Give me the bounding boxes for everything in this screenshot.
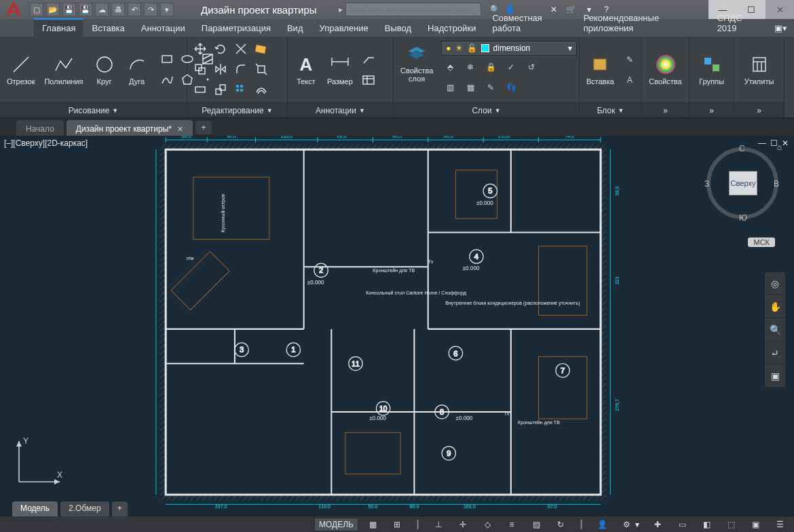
tab-spds[interactable]: СПДС 2019 <box>711 10 768 37</box>
tab-output[interactable]: Вывод <box>377 20 419 37</box>
viewcube-w[interactable]: З <box>704 179 709 189</box>
layouttab-add[interactable]: + <box>112 501 128 516</box>
tool-rotate-icon[interactable] <box>212 40 229 58</box>
tab-view[interactable]: Вид <box>279 20 311 37</box>
nav-wheel-icon[interactable]: ◎ <box>765 272 785 295</box>
tool-groups[interactable]: Группы <box>696 52 727 87</box>
block-edit-icon[interactable]: ✎ <box>621 51 639 69</box>
viewcube[interactable]: С Ю В З Сверху ⌂ <box>700 142 782 224</box>
tab-featured-apps[interactable]: Рекомендованные приложения <box>575 10 711 37</box>
layer-match-icon[interactable]: ✓ <box>502 58 520 76</box>
qat-saveas-icon[interactable]: 💾 <box>79 3 92 16</box>
panel-annotation-label[interactable]: Аннотации▼ <box>288 102 393 117</box>
viewcube-home-icon[interactable]: ⌂ <box>777 142 782 152</box>
nav-orbit-icon[interactable]: ⤾ <box>765 341 785 364</box>
tool-rectangle-icon[interactable] <box>158 50 176 68</box>
tool-text[interactable]: AТекст <box>292 52 320 87</box>
layer-walk-icon[interactable]: 👣 <box>502 79 520 96</box>
qat-new-icon[interactable]: ▢ <box>30 3 43 16</box>
status-osnap-icon[interactable]: ◇ <box>477 518 497 531</box>
tool-erase-icon[interactable] <box>252 40 270 58</box>
status-custom-icon[interactable]: ☰ <box>770 518 790 531</box>
tool-properties[interactable]: Свойства <box>646 52 684 87</box>
panel-modify-label[interactable]: Редактирование▼ <box>187 102 287 117</box>
window-close-button[interactable]: ✕ <box>765 0 794 19</box>
filetab-drawing[interactable]: Дизайн проект квартиры*✕ <box>67 120 193 136</box>
layer-off-icon[interactable]: ⬘ <box>441 58 459 76</box>
layer-make-icon[interactable]: ✎ <box>482 79 499 96</box>
drawing-canvas[interactable]: [–][Сверху][2D-каркас] — ☐ ✕ <box>0 136 794 516</box>
status-isodraft-icon[interactable]: ◧ <box>696 518 717 531</box>
tool-move-icon[interactable] <box>191 40 209 58</box>
status-annomonitor-icon[interactable]: ✚ <box>647 518 668 531</box>
viewcube-e[interactable]: В <box>774 179 779 189</box>
tab-insert[interactable]: Вставка <box>83 20 132 37</box>
tab-addins[interactable]: Надстройки <box>419 20 484 37</box>
tab-annotate[interactable]: Аннотации <box>133 20 193 37</box>
tool-scale-icon[interactable] <box>212 81 229 98</box>
tool-trim-icon[interactable] <box>232 40 250 58</box>
tab-parametric[interactable]: Параметризация <box>193 20 279 37</box>
layouttab-model[interactable]: Модель <box>12 501 58 516</box>
tool-mirror-icon[interactable] <box>212 60 229 78</box>
viewcube-s[interactable]: Ю <box>739 213 747 223</box>
tool-utilities[interactable]: Утилиты <box>742 52 777 87</box>
ribbon-collapse-icon[interactable]: ▣▾ <box>768 20 794 37</box>
tab-home[interactable]: Главная <box>34 18 83 37</box>
layouttab-1[interactable]: 2.Обмер <box>60 501 109 516</box>
layer-dropdown[interactable]: ●☀🔓 dimension ▾ <box>441 41 577 56</box>
nav-zoom-icon[interactable]: 🔍 <box>765 318 785 341</box>
qat-more-icon[interactable]: ▾ <box>160 3 174 16</box>
close-tab-icon[interactable]: ✕ <box>177 125 183 134</box>
panel-layers-label[interactable]: Слои▼ <box>394 102 579 117</box>
status-annoscale-icon[interactable]: 👤 <box>592 518 612 531</box>
status-lwt-icon[interactable]: ≡ <box>502 518 522 531</box>
tool-array-icon[interactable] <box>232 81 250 98</box>
qat-open-icon[interactable]: 📂 <box>46 3 60 16</box>
panel-utilities-label[interactable]: » <box>734 102 784 117</box>
tool-leader-icon[interactable] <box>360 51 377 69</box>
wcs-badge[interactable]: МСК <box>748 238 775 247</box>
tool-explode-icon[interactable] <box>252 60 270 78</box>
search-input[interactable] <box>345 3 481 16</box>
layer-iso-icon[interactable]: ▥ <box>441 79 459 96</box>
status-model-button[interactable]: МОДЕЛЬ <box>314 518 358 531</box>
nav-pan-icon[interactable]: ✋ <box>765 295 785 318</box>
qat-cloud-icon[interactable]: ☁ <box>95 3 109 16</box>
qat-undo-icon[interactable]: ↶ <box>128 3 141 16</box>
status-workspace-icon[interactable]: ⚙▾ <box>616 518 643 531</box>
new-tab-button[interactable]: + <box>195 121 212 134</box>
view-label[interactable]: [–][Сверху][2D-каркас] <box>4 138 88 148</box>
panel-groups-label[interactable]: » <box>689 102 734 117</box>
tool-line[interactable]: Отрезок <box>4 52 37 87</box>
panel-properties-label[interactable]: » <box>642 102 689 117</box>
tool-circle[interactable]: Круг <box>90 52 119 87</box>
tool-table-icon[interactable] <box>360 71 377 89</box>
layer-freeze-icon[interactable]: ❄ <box>461 58 479 76</box>
layer-lock-icon[interactable]: 🔒 <box>482 58 499 76</box>
tool-dimension[interactable]: Размер <box>324 52 356 87</box>
viewcube-n[interactable]: С <box>739 144 745 153</box>
tool-fillet-icon[interactable] <box>232 60 250 78</box>
tool-offset-icon[interactable] <box>252 81 270 98</box>
tool-stretch-icon[interactable] <box>191 81 209 98</box>
status-polar-icon[interactable]: ✛ <box>453 518 473 531</box>
status-ortho-icon[interactable]: ⊥ <box>428 518 449 531</box>
tool-copy-icon[interactable] <box>191 60 209 78</box>
status-units-icon[interactable]: ▭ <box>672 518 692 531</box>
tab-manage[interactable]: Управление <box>311 20 376 37</box>
tool-polyline[interactable]: Полилиния <box>41 52 86 87</box>
status-snap-icon[interactable]: ⊞ <box>387 518 407 531</box>
viewcube-face[interactable]: Сверху <box>729 171 757 195</box>
nav-showmotion-icon[interactable]: ▣ <box>765 364 785 387</box>
qat-save-icon[interactable]: 💾 <box>62 3 76 16</box>
tool-block-insert[interactable]: Вставка <box>584 52 617 87</box>
status-cycle-icon[interactable]: ↻ <box>550 518 571 531</box>
panel-block-label[interactable]: Блок▼ <box>580 102 641 117</box>
qat-plot-icon[interactable]: 🖶 <box>111 3 125 16</box>
tool-layer-properties[interactable]: Свойства слоя <box>398 41 436 84</box>
filetab-start[interactable]: Начало <box>16 120 64 136</box>
tool-spline-icon[interactable] <box>158 71 176 88</box>
layer-uniso-icon[interactable]: ▦ <box>461 79 479 96</box>
panel-draw-label[interactable]: Рисование▼ <box>0 102 187 117</box>
